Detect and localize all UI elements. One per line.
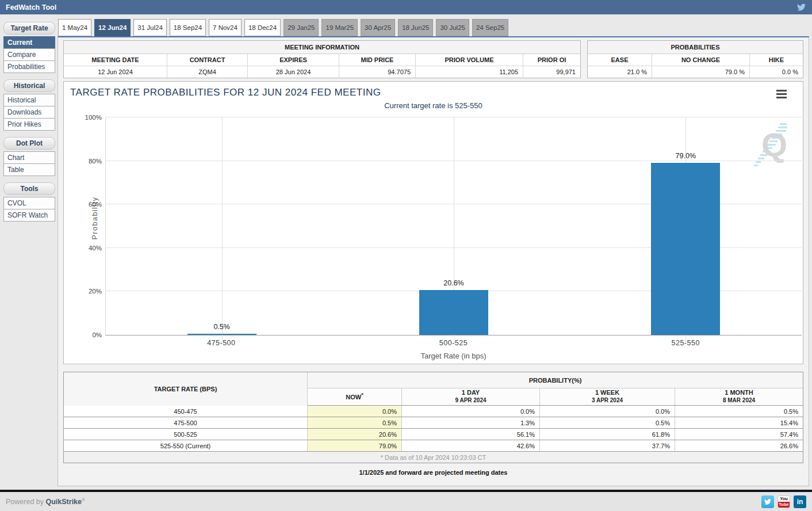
sidebar-item-probabilities[interactable]: Probabilities	[3, 60, 55, 73]
twitter-icon[interactable]	[761, 495, 774, 508]
social-icons: YouTube in	[761, 495, 806, 508]
sub-column-header: 1 WEEK3 APR 2024	[540, 388, 675, 405]
meeting-tab[interactable]: 30 Jul25	[436, 19, 469, 36]
meeting-tab[interactable]: 18 Sep24	[170, 19, 206, 36]
week-cell: 0.5%	[540, 417, 675, 428]
day-cell: 0.0%	[402, 406, 540, 417]
chart-menu-icon[interactable]	[776, 90, 787, 100]
column-header: MEETING DATE	[64, 54, 167, 66]
youtube-icon[interactable]: YouTube	[777, 495, 790, 508]
month-cell: 0.5%	[675, 406, 803, 417]
app-title: FedWatch Tool	[6, 3, 56, 12]
value-cell: 21.0 %	[588, 66, 652, 78]
table-row: 475-5000.5%1.3%0.5%15.4%	[64, 417, 803, 429]
sidebar-item-cvol[interactable]: CVOL	[3, 197, 55, 209]
table-row: 450-4750.0%0.0%0.0%0.5%	[64, 406, 803, 417]
column-header: HIKE	[750, 54, 803, 66]
meeting-tab[interactable]: 19 Mar25	[321, 19, 358, 36]
sub-column-line2: 8 MAR 2024	[723, 397, 755, 405]
meeting-tab[interactable]: 24 Sep25	[472, 19, 508, 36]
app-header: FedWatch Tool	[0, 0, 812, 14]
table-footnote: * Data as of 10 Apr 2024 10:23:03 CT	[64, 452, 803, 463]
meeting-info-headers: MEETING DATECONTRACTEXPIRESMID PRICEPRIO…	[64, 54, 580, 66]
rate-cell: 500-525	[64, 429, 308, 440]
meeting-tab[interactable]: 31 Jul24	[133, 19, 166, 36]
y-tick-label: 20%	[79, 288, 102, 295]
rate-cell: 475-500	[64, 417, 308, 428]
meeting-tab[interactable]: 18 Jun25	[398, 19, 433, 36]
probability-header: PROBABILITY(%)	[308, 372, 803, 388]
column-header: PRIOR OI	[523, 54, 580, 66]
now-cell: 0.0%	[308, 406, 402, 417]
value-cell: ZQM4	[167, 66, 248, 78]
month-cell: 57.4%	[675, 429, 803, 440]
meeting-tab[interactable]: 12 Jun24	[94, 19, 131, 36]
sidebar-item-prior-hikes[interactable]: Prior Hikes	[3, 118, 55, 131]
sub-column-line1: NOW*	[346, 392, 363, 401]
sidebar-section-header: Dot Plot	[3, 137, 55, 150]
column-header: PRIOR VOLUME	[416, 54, 523, 66]
sidebar-section-header: Historical	[3, 79, 55, 92]
bar-value-label: 0.5%	[187, 323, 256, 331]
meeting-tab[interactable]: 29 Jan25	[284, 19, 319, 36]
sub-column-header: 1 MONTH8 MAR 2024	[675, 388, 803, 405]
chart-subtitle: Current target rate is 525-550	[64, 101, 803, 110]
chart-plot-area: Probability Q	[105, 117, 802, 335]
probability-table: TARGET RATE (BPS) PROBABILITY(%) NOW*1 D…	[63, 372, 803, 463]
value-cell: 99,971	[523, 66, 580, 78]
info-row: MEETING INFORMATION MEETING DATECONTRACT…	[63, 40, 803, 78]
value-cell: 94.7075	[339, 66, 416, 78]
value-cell: 28 Jun 2024	[248, 66, 339, 78]
fedwatch-page: FedWatch Tool 1 May2412 Jun2431 Jul2418 …	[0, 0, 812, 511]
month-cell: 15.4%	[675, 417, 803, 428]
now-cell: 0.5%	[308, 417, 402, 428]
column-header: NO CHANGE	[652, 54, 750, 66]
sidebar-item-sofr-watch[interactable]: SOFR Watch	[3, 209, 55, 222]
sidebar-item-historical[interactable]: Historical	[3, 94, 55, 106]
probability-table-header: TARGET RATE (BPS) PROBABILITY(%) NOW*1 D…	[64, 372, 803, 406]
column-header: EXPIRES	[248, 54, 339, 66]
sub-column-line1: 1 MONTH	[725, 389, 753, 397]
day-cell: 1.3%	[402, 417, 540, 428]
value-cell: 0.0 %	[750, 66, 803, 78]
quikstrike-watermark-icon: Q	[751, 120, 789, 170]
sub-column-line2: 3 APR 2024	[592, 397, 623, 405]
sidebar-section: Target RateCurrentCompareProbabilities	[3, 22, 55, 73]
sidebar: Target RateCurrentCompareProbabilitiesHi…	[3, 22, 55, 228]
sidebar-item-chart[interactable]: Chart	[3, 151, 55, 164]
quikstrike-brand[interactable]: QuikStrike	[46, 498, 82, 506]
sidebar-item-downloads[interactable]: Downloads	[3, 106, 55, 119]
chart-bar	[419, 290, 488, 335]
linkedin-icon[interactable]: in	[794, 495, 806, 508]
table-row: 525-550 (Current)79.0%42.6%37.7%26.6%	[64, 440, 803, 452]
probability-table-body: 450-4750.0%0.0%0.0%0.5%475-5000.5%1.3%0.…	[64, 406, 803, 452]
meeting-tab[interactable]: 18 Dec24	[244, 19, 281, 36]
week-cell: 0.0%	[540, 406, 675, 417]
probabilities-panel: PROBABILITIES EASENO CHANGEHIKE 21.0 %79…	[587, 40, 803, 78]
meeting-tab[interactable]: 7 Nov24	[209, 19, 242, 36]
powered-by: Powered by QuikStrike®	[6, 497, 85, 506]
gridline	[222, 117, 223, 342]
probabilities-values: 21.0 %79.0 %0.0 %	[588, 66, 803, 78]
sidebar-section: ToolsCVOLSOFR Watch	[3, 182, 55, 222]
value-cell: 79.0 %	[652, 66, 750, 78]
sidebar-item-current[interactable]: Current	[3, 36, 55, 49]
y-tick-label: 0%	[79, 331, 102, 338]
chart-panel: TARGET RATE PROBABILITIES FOR 12 JUN 202…	[63, 81, 803, 364]
bar-value-label: 79.0%	[651, 152, 720, 160]
sidebar-item-compare[interactable]: Compare	[3, 48, 55, 61]
meeting-tab[interactable]: 1 May24	[58, 19, 91, 36]
probability-subheaders: NOW*1 DAY9 APR 20241 WEEK3 APR 20241 MON…	[308, 388, 803, 406]
y-tick-label: 80%	[79, 158, 102, 165]
column-header: EASE	[588, 54, 652, 66]
meeting-info-panel: MEETING INFORMATION MEETING DATECONTRACT…	[63, 40, 581, 78]
sidebar-section: Dot PlotChartTable	[3, 137, 55, 176]
day-cell: 56.1%	[402, 429, 540, 440]
sidebar-item-table[interactable]: Table	[3, 163, 55, 176]
twitter-icon[interactable]	[796, 3, 806, 12]
value-cell: 11,205	[416, 66, 523, 78]
table-row: 500-52520.6%56.1%61.8%57.4%	[64, 429, 803, 440]
meeting-tab[interactable]: 30 Apr25	[361, 19, 395, 36]
svg-text:Q: Q	[761, 126, 787, 163]
chart-bar	[651, 163, 720, 335]
